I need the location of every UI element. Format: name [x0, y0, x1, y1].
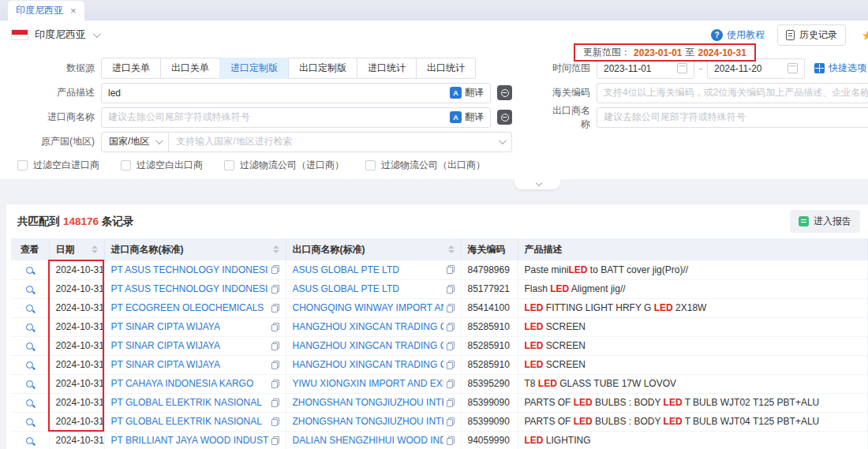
exporter-link[interactable]: HANGZHOU XINGCAN TRADING CO LTD — [293, 340, 443, 351]
view-details-icon[interactable] — [26, 305, 33, 312]
data-source-group: 进口关单出口关单进口定制版出口定制版进口统计出口统计 — [101, 58, 476, 79]
data-source-option-2[interactable]: 出口关单 — [160, 58, 220, 79]
exporter-link[interactable]: HANGZHOU XINGCAN TRADING CO LTD — [293, 359, 443, 370]
copy-icon[interactable] — [271, 361, 279, 369]
date-cell: 2024-10-31 — [49, 317, 104, 336]
origin-label: 原产国(地区) — [0, 135, 95, 148]
exporter-link[interactable]: YIWU XIONGXIN IMPORT AND EXPORT... — [293, 378, 443, 389]
sort-icon[interactable] — [273, 245, 279, 253]
table-header-row: 查看日期进口商名称(标准)出口商名称(标准)海关编码产品描述 — [11, 238, 868, 260]
close-icon[interactable]: × — [70, 5, 77, 17]
importer-link[interactable]: PT ASUS TECHNOLOGY INDONESIA BA... — [111, 264, 268, 275]
data-source-option-3[interactable]: 进口定制版 — [219, 58, 289, 79]
results-panel: 共匹配到148176条记录 进入报告 查看日期进口商名称(标准)出口商名称(标准… — [6, 204, 868, 449]
copy-icon[interactable] — [271, 304, 279, 312]
chevron-down-icon[interactable] — [93, 30, 101, 38]
copy-icon[interactable] — [271, 265, 279, 274]
importer-link[interactable]: PT ECOGREEN OLEOCHEMICALS — [111, 302, 264, 313]
tab-indonesia[interactable]: 印度尼西亚 × — [8, 1, 84, 21]
favorite-star-icon[interactable]: ★ — [862, 28, 868, 44]
view-details-icon[interactable] — [26, 324, 33, 331]
translate-button[interactable]: A 翻译 — [450, 86, 484, 99]
tutorial-icon: ? — [711, 29, 723, 41]
data-source-option-4[interactable]: 出口定制版 — [288, 58, 357, 79]
filter-checkbox-4[interactable]: 过滤物流公司（出口商） — [365, 159, 485, 172]
view-details-icon[interactable] — [26, 380, 33, 387]
copy-icon[interactable] — [447, 323, 455, 331]
exporter-link[interactable]: CHONGQING WINWAY IMPORT AND E... — [293, 302, 443, 313]
filter-checkbox-3[interactable]: 过滤物流公司（进口商） — [224, 159, 344, 172]
copy-icon[interactable] — [447, 380, 455, 388]
copy-icon[interactable] — [271, 342, 279, 350]
view-details-icon[interactable] — [26, 437, 33, 444]
exporter-link[interactable]: ASUS GLOBAL PTE LTD — [293, 264, 399, 275]
view-details-icon[interactable] — [26, 361, 33, 369]
copy-icon[interactable] — [271, 323, 279, 331]
importer-link[interactable]: PT GLOBAL ELEKTRIK NASIONAL — [111, 397, 262, 408]
quick-options-icon — [814, 63, 825, 73]
exporter-link[interactable]: HANGZHOU XINGCAN TRADING CO LTD — [293, 321, 443, 332]
copy-icon[interactable] — [447, 304, 455, 312]
importer-link[interactable]: PT SINAR CIPTA WIJAYA — [111, 321, 220, 332]
tutorial-button[interactable]: ? 使用教程 — [711, 28, 765, 42]
hs-code-cell: 85285910 — [461, 336, 518, 355]
filter-checkbox-1[interactable]: 过滤空白进口商 — [17, 159, 99, 172]
origin-select[interactable]: 国家/地区 支持输入国家/地区进行检索 — [101, 132, 512, 152]
view-details-icon[interactable] — [26, 267, 33, 274]
hs-code-cell: 85395290 — [461, 374, 518, 393]
data-source-option-1[interactable]: 进口关单 — [101, 58, 161, 79]
product-desc-input[interactable]: led A 翻译 — [101, 83, 491, 103]
copy-icon[interactable] — [447, 342, 455, 350]
importer-link[interactable]: PT BRILLIANT JAYA WOOD INDUSTRY — [111, 435, 268, 446]
history-button[interactable]: 历史记录 — [777, 24, 846, 46]
translate-button[interactable]: A 翻译 — [450, 110, 484, 124]
copy-icon[interactable] — [447, 265, 455, 274]
origin-type-dropdown[interactable]: 国家/地区 — [102, 133, 169, 152]
importer-link[interactable]: PT SINAR CIPTA WIJAYA — [111, 359, 220, 370]
data-source-option-6[interactable]: 出口统计 — [416, 58, 476, 79]
copy-icon[interactable] — [447, 285, 455, 294]
hs-code-input[interactable]: 支持4位以上海关编码，或2位海关编码加上产品描述、企业名称的任意信息 — [597, 83, 868, 103]
match-mode-icon[interactable] — [497, 110, 512, 125]
importer-link[interactable]: PT CAHAYA INDONESIA KARGO — [111, 378, 254, 389]
quick-options-button[interactable]: 快捷选项 — [814, 62, 866, 75]
copy-icon[interactable] — [271, 398, 279, 407]
importer-link[interactable]: PT GLOBAL ELEKTRIK NASIONAL — [111, 416, 262, 427]
view-details-icon[interactable] — [26, 286, 33, 293]
exporter-link[interactable]: ZHONGSHAN TONGJIUZHOU INTERNA... — [293, 416, 443, 427]
filter-checkbox-2[interactable]: 过滤空白出口商 — [121, 159, 203, 172]
view-details-icon[interactable] — [26, 418, 33, 425]
exporter-link[interactable]: DALIAN SHENGZHIHUI WOOD INDUST... — [293, 435, 443, 446]
checkbox-icon — [17, 160, 28, 170]
enter-report-button[interactable]: 进入报告 — [790, 210, 860, 233]
view-details-icon[interactable] — [26, 399, 33, 406]
importer-link[interactable]: PT ASUS TECHNOLOGY INDONESIA BA... — [111, 283, 268, 294]
column-header-2[interactable]: 日期 — [49, 238, 104, 260]
column-header-4[interactable]: 出口商名称(标准) — [286, 238, 461, 260]
collapse-panel-button[interactable] — [514, 179, 560, 189]
sort-icon[interactable] — [92, 245, 98, 253]
copy-icon[interactable] — [271, 436, 279, 445]
data-source-option-5[interactable]: 进口统计 — [357, 58, 417, 79]
copy-icon[interactable] — [447, 398, 455, 407]
copy-icon[interactable] — [447, 361, 455, 369]
table-body: 2024-10-31PT ASUS TECHNOLOGY INDONESIA B… — [11, 260, 868, 449]
copy-icon[interactable] — [447, 417, 455, 426]
date-cell: 2024-10-31 — [49, 412, 104, 431]
date-cell: 2024-10-31 — [49, 336, 104, 355]
column-header-3[interactable]: 进口商名称(标准) — [104, 238, 286, 260]
importer-link[interactable]: PT SINAR CIPTA WIJAYA — [111, 340, 220, 351]
result-count: 148176 — [63, 215, 99, 227]
copy-icon[interactable] — [271, 380, 279, 388]
copy-icon[interactable] — [271, 285, 279, 294]
exporter-link[interactable]: ZHONGSHAN TONGJIUZHOU INTERNA... — [293, 397, 443, 408]
view-details-icon[interactable] — [26, 342, 33, 350]
copy-icon[interactable] — [447, 436, 455, 445]
exporter-input[interactable]: 建议去除公司尾部字符或特殊符号 — [597, 107, 868, 128]
copy-icon[interactable] — [271, 417, 279, 426]
translate-icon: A — [450, 87, 462, 99]
importer-input[interactable]: 建议去除公司尾部字符或特殊符号 A 翻译 — [101, 107, 491, 128]
match-mode-icon[interactable] — [497, 85, 512, 100]
sort-icon[interactable] — [448, 245, 455, 253]
exporter-link[interactable]: ASUS GLOBAL PTE LTD — [293, 283, 399, 294]
